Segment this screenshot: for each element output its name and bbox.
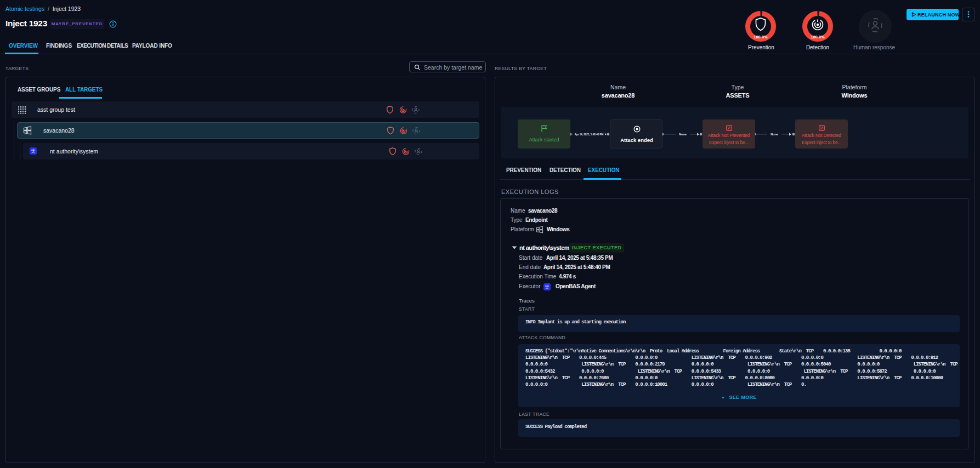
svg-text:100.0%: 100.0% [754,35,768,39]
svg-text:100.0%: 100.0% [811,35,825,39]
